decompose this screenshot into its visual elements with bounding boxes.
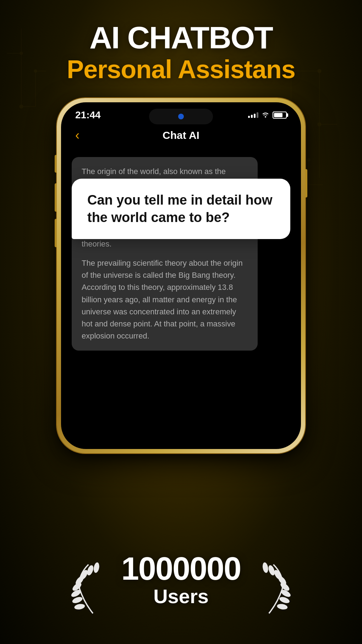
back-button[interactable]: ‹ bbox=[75, 128, 79, 143]
user-message-bubble: Can you tell me in detail how the world … bbox=[72, 179, 290, 239]
users-badge: 1000000 Users bbox=[68, 545, 294, 616]
status-time: 21:44 bbox=[75, 109, 101, 121]
phone-power-button bbox=[305, 169, 307, 197]
battery-fill bbox=[274, 113, 283, 117]
battery-icon bbox=[273, 112, 287, 119]
signal-icon bbox=[248, 112, 258, 118]
page-content: AI CHATBOT Personal Assistans 21:44 bbox=[0, 0, 362, 644]
status-icons bbox=[248, 110, 287, 120]
status-bar: 21:44 bbox=[61, 102, 301, 124]
page-subtitle: Personal Assistans bbox=[14, 55, 348, 83]
badge-center: 1000000 Users bbox=[121, 553, 241, 608]
wifi-icon bbox=[261, 110, 270, 120]
phone-screen: 21:44 bbox=[61, 102, 301, 449]
phone-outer-shell: 21:44 bbox=[57, 98, 305, 453]
signal-bar-2 bbox=[251, 115, 253, 118]
ai-response-paragraph-2: The prevailing scientific theory about t… bbox=[82, 257, 248, 342]
phone-mockup: 21:44 bbox=[57, 98, 305, 453]
svg-point-22 bbox=[262, 562, 269, 573]
svg-point-7 bbox=[74, 603, 85, 610]
user-message-text: Can you tell me in detail how the world … bbox=[87, 191, 275, 227]
phone-volume-up-button bbox=[55, 183, 57, 212]
svg-point-8 bbox=[71, 596, 83, 604]
laurel-row: 1000000 Users bbox=[68, 545, 294, 616]
signal-bar-1 bbox=[248, 116, 250, 118]
navigation-bar: ‹ Chat AI bbox=[61, 124, 301, 150]
laurel-left-icon bbox=[68, 545, 118, 616]
header-section: AI CHATBOT Personal Assistans bbox=[0, 21, 362, 84]
page-title: AI CHATBOT bbox=[14, 21, 348, 54]
signal-bar-4 bbox=[257, 112, 258, 118]
dynamic-island bbox=[149, 109, 213, 124]
users-label: Users bbox=[153, 585, 209, 608]
svg-point-16 bbox=[279, 596, 290, 604]
camera-dot bbox=[178, 114, 184, 119]
users-count: 1000000 bbox=[121, 553, 241, 585]
screen-title: Chat AI bbox=[163, 129, 199, 141]
svg-point-15 bbox=[277, 603, 288, 610]
signal-bar-3 bbox=[254, 114, 256, 118]
phone-silent-button bbox=[55, 155, 57, 173]
phone-volume-down-button bbox=[55, 219, 57, 247]
laurel-right-icon bbox=[244, 545, 294, 616]
svg-point-14 bbox=[93, 562, 100, 573]
